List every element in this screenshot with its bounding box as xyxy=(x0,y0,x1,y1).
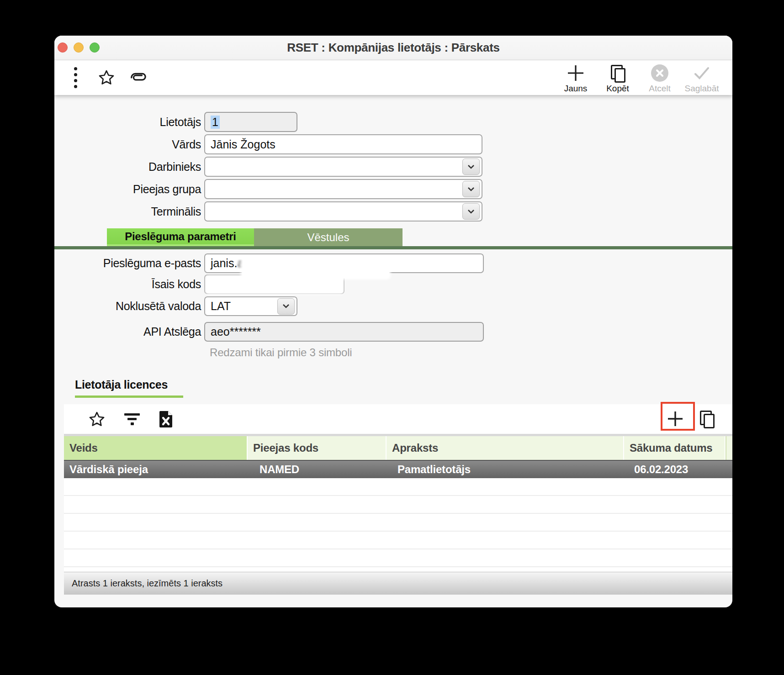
redacted-text: a xyxy=(237,257,241,270)
column-header-apraksts[interactable]: Apraksts xyxy=(387,436,624,460)
table-empty-row xyxy=(64,549,732,567)
redaction-patch xyxy=(207,276,343,293)
form-row-default-language: Noklusētā valoda LAT xyxy=(54,296,732,316)
employee-select[interactable] xyxy=(204,157,482,177)
check-icon xyxy=(694,63,710,83)
tab-messages[interactable]: Vēstules xyxy=(254,228,403,246)
user-id-field[interactable]: 1 xyxy=(204,112,297,132)
highlight-annotation-box xyxy=(661,402,695,431)
filter-icon[interactable] xyxy=(124,413,140,425)
api-key-label: API Atslēga xyxy=(54,325,201,338)
licences-table: Veids Pieejas kods Apraksts Sākuma datum… xyxy=(64,404,732,595)
plus-icon xyxy=(566,63,585,83)
favorite-star-icon[interactable] xyxy=(88,411,106,428)
table-empty-row xyxy=(64,478,732,496)
form-row-user-id: Lietotājs 1 xyxy=(54,112,732,132)
form-row-terminal: Terminālis xyxy=(54,201,732,221)
table-empty-row xyxy=(64,532,732,549)
column-header-sakuma-datums[interactable]: Sākuma datums xyxy=(624,436,726,460)
column-header-pieejas-kods[interactable]: Pieejas kods xyxy=(248,436,387,460)
user-id-label: Lietotājs xyxy=(54,116,201,129)
chevron-down-icon[interactable] xyxy=(277,298,295,315)
table-empty-row xyxy=(64,496,732,514)
minimize-window-button[interactable] xyxy=(74,42,84,53)
access-group-select[interactable] xyxy=(204,179,482,199)
traffic-lights xyxy=(58,42,100,53)
titlebar: RSET : Kompānijas lietotājs : Pārskats xyxy=(54,36,732,60)
table-header-row: Veids Pieejas kods Apraksts Sākuma datum… xyxy=(64,436,732,460)
tab-divider-rule xyxy=(54,246,732,249)
api-key-field: aeo******* xyxy=(204,322,484,342)
main-toolbar: Jauns Kopēt Atcelt Saglabāt xyxy=(54,60,732,95)
table-empty-row xyxy=(64,514,732,532)
default-language-select[interactable]: LAT xyxy=(204,296,297,316)
form-row-email: Pieslēguma e-pasts janis.a xyxy=(54,253,732,273)
chevron-down-icon[interactable] xyxy=(462,203,480,220)
api-key-note: Redzami tikai pirmie 3 simboli xyxy=(210,346,732,359)
short-code-label: Īsais kods xyxy=(54,278,201,291)
app-window: RSET : Kompānijas lietotājs : Pārskats J… xyxy=(54,36,732,607)
chevron-down-icon[interactable] xyxy=(462,181,480,197)
employee-label: Darbinieks xyxy=(54,160,201,174)
name-field[interactable]: Jānis Žogots xyxy=(204,134,482,154)
tab-bar: Pieslēguma parametri Vēstules xyxy=(54,228,732,246)
cancel-circle-icon xyxy=(651,63,668,83)
user-form: Lietotājs 1 Vārds Jānis Žogots Darbiniek… xyxy=(54,112,732,224)
column-header-spacer xyxy=(726,436,732,460)
form-row-short-code: Īsais kods xyxy=(54,274,732,294)
tab-connection-parameters[interactable]: Pieslēguma parametri xyxy=(107,228,254,246)
save-button: Saglabāt xyxy=(683,63,720,94)
connection-parameters-form: Pieslēguma e-pasts janis.a Īsais kods No… xyxy=(54,253,732,359)
zoom-window-button[interactable] xyxy=(90,42,100,53)
copy-button[interactable]: Kopēt xyxy=(599,63,636,94)
excel-export-icon[interactable] xyxy=(159,410,173,428)
copy-icon xyxy=(611,63,625,83)
form-row-access-group: Pieejas grupa xyxy=(54,179,732,199)
new-button[interactable]: Jauns xyxy=(557,63,594,94)
terminal-select[interactable] xyxy=(204,201,482,221)
chevron-down-icon[interactable] xyxy=(462,158,480,175)
terminal-label: Terminālis xyxy=(54,205,201,218)
access-group-label: Pieejas grupa xyxy=(54,183,201,196)
status-bar: Atrasts 1 ieraksts, iezīmēts 1 ieraksts xyxy=(64,572,732,595)
form-row-name: Vārds Jānis Žogots xyxy=(54,134,732,154)
favorite-star-icon[interactable] xyxy=(97,67,116,89)
column-header-veids[interactable]: Veids xyxy=(64,436,248,460)
licences-heading: Lietotāja licences xyxy=(75,378,168,391)
window-title: RSET : Kompānijas lietotājs : Pārskats xyxy=(287,41,499,55)
close-window-button[interactable] xyxy=(58,42,68,53)
selected-text: 1 xyxy=(211,116,220,129)
form-row-employee: Darbinieks xyxy=(54,157,732,177)
default-language-label: Noklusētā valoda xyxy=(54,300,201,313)
table-row-selected[interactable]: Vārdiskā pieeja NAMED Pamatlietotājs 06.… xyxy=(64,460,732,478)
licences-heading-underline xyxy=(75,396,183,398)
form-row-api-key: API Atslēga aeo******* xyxy=(54,322,732,342)
more-vertical-icon[interactable] xyxy=(66,67,85,89)
name-label: Vārds xyxy=(54,138,201,151)
email-label: Pieslēguma e-pasts xyxy=(54,257,201,270)
table-filler xyxy=(64,567,732,572)
licences-toolbar xyxy=(64,404,732,436)
attachment-icon[interactable] xyxy=(128,67,147,89)
cancel-button: Atcelt xyxy=(641,63,678,94)
